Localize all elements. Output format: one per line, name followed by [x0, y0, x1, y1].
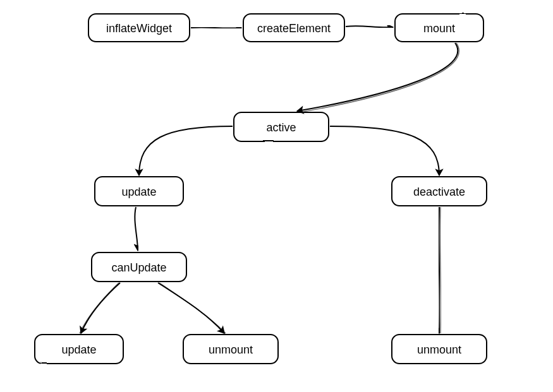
- node-update2: update: [35, 335, 123, 364]
- label-update2: update: [61, 343, 96, 356]
- edge-inflateWidget-createElement: [191, 27, 241, 28]
- label-unmount1: unmount: [209, 343, 253, 356]
- node-unmount1: unmount: [183, 335, 278, 364]
- edge-deactivate-unmount2: [439, 207, 439, 333]
- label-mount: mount: [423, 22, 455, 35]
- edge-active-deactivate: [330, 126, 439, 175]
- label-update1: update: [121, 186, 156, 198]
- edge-createElement-mount: [346, 26, 393, 27]
- edge-canUpdate-unmount1: [158, 283, 224, 333]
- node-canUpdate: canUpdate: [92, 252, 186, 282]
- node-deactivate: deactivate: [392, 177, 487, 206]
- label-unmount2: unmount: [417, 343, 461, 356]
- edge-active-update1: [139, 126, 233, 175]
- node-mount: mount: [395, 14, 483, 42]
- edge-mount-active: [297, 43, 458, 111]
- edge-update1-canUpdate: [135, 207, 138, 251]
- node-inflateWidget: inflateWidget: [88, 14, 190, 42]
- label-active: active: [266, 121, 296, 134]
- edge-canUpdate-update2: [81, 283, 120, 333]
- label-createElement: createElement: [257, 22, 331, 35]
- label-canUpdate: canUpdate: [111, 261, 166, 274]
- lifecycle-diagram: inflateWidget createElement mount active…: [0, 0, 553, 392]
- label-inflateWidget: inflateWidget: [106, 22, 172, 35]
- node-createElement: createElement: [243, 14, 344, 42]
- node-active: active: [234, 112, 329, 141]
- node-update1: update: [95, 177, 183, 206]
- node-unmount2: unmount: [392, 335, 487, 364]
- label-deactivate: deactivate: [413, 186, 465, 198]
